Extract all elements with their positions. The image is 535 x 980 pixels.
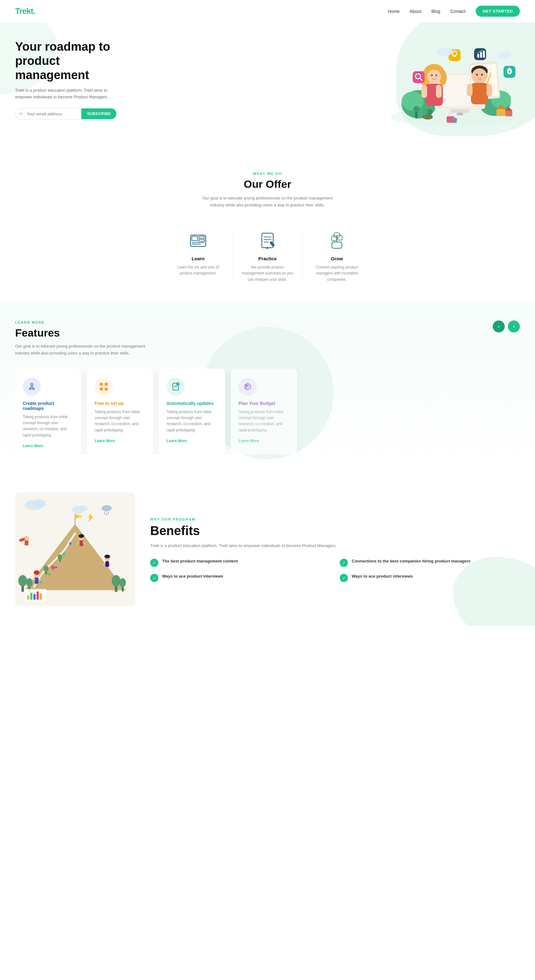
svg-rect-32 <box>467 84 473 96</box>
svg-point-22 <box>435 74 437 76</box>
features-next-button[interactable]: › <box>508 320 520 332</box>
learn-card-desc: Learn the ins and outs of product manage… <box>171 264 225 276</box>
benefit-check-0: ✓ <box>150 559 158 567</box>
svg-rect-92 <box>105 383 108 386</box>
svg-rect-47 <box>483 51 485 58</box>
svg-rect-143 <box>25 541 29 546</box>
svg-point-67 <box>423 109 428 115</box>
svg-rect-35 <box>413 71 425 83</box>
svg-rect-129 <box>35 578 38 584</box>
offer-card-grow: Grow Connect aspiring product managers w… <box>302 224 372 289</box>
offer-title: Our Offer <box>15 178 520 190</box>
email-icon: ✉ <box>19 111 23 116</box>
offer-cards: Learn Learn the ins and outs of product … <box>15 224 520 289</box>
hero-form: ✉ SUBSCRIBE <box>15 108 122 120</box>
svg-rect-57 <box>497 109 505 116</box>
offer-section: WHAT WE DO Our Offer Our goal is to educ… <box>0 150 535 302</box>
setup-learn-more[interactable]: Learn More <box>95 439 115 443</box>
benefit-item-3: ✓ Ways to ace product interviews <box>340 573 520 582</box>
nav-blog[interactable]: Blog <box>431 9 440 14</box>
learn-icon <box>188 231 208 251</box>
svg-point-109 <box>78 505 88 511</box>
feature-card-updates: Automatically updates Taking products fr… <box>159 369 225 455</box>
svg-rect-131 <box>38 579 42 580</box>
get-started-button[interactable]: GET STARTED <box>476 6 520 17</box>
offer-card-practice: Practice We provide product management e… <box>233 224 302 289</box>
svg-point-115 <box>26 578 32 587</box>
svg-point-159 <box>48 573 51 576</box>
svg-rect-63 <box>451 118 457 123</box>
benefit-text-2: Ways to ace product interviews <box>162 573 224 579</box>
svg-point-128 <box>34 570 40 575</box>
svg-point-90 <box>33 388 34 390</box>
svg-point-122 <box>69 542 72 545</box>
svg-point-154 <box>102 505 112 511</box>
svg-rect-139 <box>105 561 109 567</box>
svg-rect-74 <box>199 240 204 241</box>
svg-rect-24 <box>422 85 427 98</box>
features-title: Features <box>15 327 173 339</box>
email-input[interactable] <box>15 108 81 120</box>
svg-rect-151 <box>37 592 39 600</box>
svg-rect-79 <box>269 241 275 247</box>
grow-card-title: Grow <box>310 256 364 261</box>
svg-rect-91 <box>100 383 103 386</box>
svg-rect-130 <box>32 579 35 580</box>
plan-learn-more[interactable]: Learn More <box>238 439 259 443</box>
svg-rect-152 <box>40 593 42 600</box>
grow-card-desc: Connect aspiring product managers with i… <box>310 264 364 283</box>
benefit-text-1: Connections to the best companies hiring… <box>352 558 470 564</box>
benefits-section-label: WHY OUR PROGRAM <box>150 517 520 521</box>
nav-home[interactable]: Home <box>388 9 400 14</box>
roadmaps-learn-more[interactable]: Learn More <box>23 444 43 448</box>
svg-point-2 <box>402 92 424 111</box>
practice-card-title: Practice <box>240 256 295 261</box>
hero-section: Your roadmap to product management Trekt… <box>0 22 535 150</box>
svg-rect-93 <box>100 388 103 391</box>
roadmaps-card-title: Create product roadmaps <box>23 401 74 411</box>
svg-point-113 <box>18 575 27 586</box>
setup-card-title: Free to set up <box>95 401 146 406</box>
svg-rect-40 <box>453 56 456 57</box>
svg-rect-10 <box>457 113 463 115</box>
svg-rect-148 <box>27 595 29 600</box>
svg-point-56 <box>503 52 511 57</box>
features-header: LEARN MORE Features Our goal is to educa… <box>15 320 173 357</box>
svg-point-6 <box>413 106 420 112</box>
benefits-section: WHY OUR PROGRAM Benefits Trekt is a prod… <box>0 474 535 626</box>
nav-contact[interactable]: Contact <box>450 9 465 14</box>
svg-rect-150 <box>34 594 36 600</box>
benefits-content: WHY OUR PROGRAM Benefits Trekt is a prod… <box>150 517 520 582</box>
svg-rect-134 <box>80 541 83 546</box>
benefits-illustration <box>15 493 135 607</box>
practice-card-desc: We provide product management exercises … <box>240 264 295 283</box>
nav-about[interactable]: About <box>410 9 422 14</box>
subscribe-button[interactable]: SUBSCRIBE <box>81 108 117 119</box>
setup-icon-wrap <box>95 377 113 396</box>
hero-title: Your roadmap to product management <box>15 40 122 82</box>
svg-point-138 <box>104 555 110 558</box>
svg-point-142 <box>24 536 29 541</box>
benefits-grid: ✓ The best product management content ✓ … <box>150 558 520 582</box>
svg-rect-70 <box>192 236 198 241</box>
svg-rect-59 <box>505 111 512 116</box>
offer-subtitle: Our goal is to educate young professiona… <box>195 195 340 208</box>
benefit-check-3: ✓ <box>340 574 348 582</box>
svg-point-126 <box>58 554 62 560</box>
svg-point-29 <box>476 74 478 76</box>
benefits-title: Benefits <box>150 524 520 538</box>
updates-learn-more[interactable]: Learn More <box>166 439 187 443</box>
benefit-item-1: ✓ Connections to the best companies hiri… <box>340 558 520 567</box>
svg-point-119 <box>120 578 126 587</box>
updates-card-title: Automatically updates <box>166 401 218 406</box>
svg-rect-73 <box>199 236 204 238</box>
logo[interactable]: Trekt. <box>15 6 35 16</box>
svg-marker-80 <box>266 247 269 250</box>
svg-rect-33 <box>486 84 492 96</box>
features-cards: Create product roadmaps Taking products … <box>15 369 520 455</box>
hero-subtitle: Trekt is a product education platform. T… <box>15 87 122 100</box>
practice-icon <box>257 231 278 251</box>
hero-content: Your roadmap to product management Trekt… <box>15 40 122 119</box>
hero-illustration <box>387 29 520 131</box>
features-prev-button[interactable]: ‹ <box>493 320 505 332</box>
